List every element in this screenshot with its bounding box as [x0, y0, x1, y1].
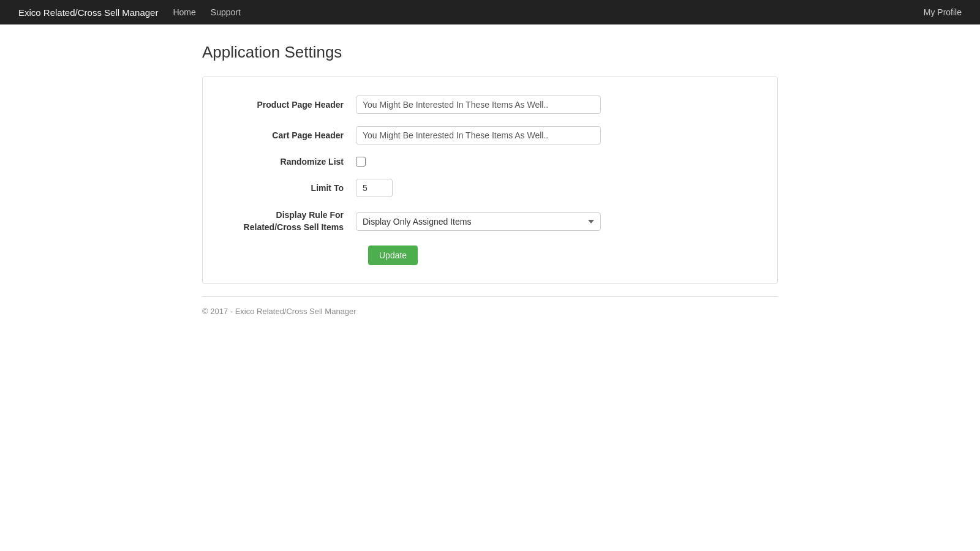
support-link[interactable]: Support — [211, 7, 241, 17]
my-profile-link[interactable]: My Profile — [924, 7, 962, 17]
display-rule-select[interactable]: Display Only Assigned Items Display Rela… — [356, 212, 601, 231]
footer: © 2017 - Exico Related/Cross Sell Manage… — [202, 296, 778, 326]
product-page-header-input[interactable] — [356, 96, 601, 114]
footer-text: © 2017 - Exico Related/Cross Sell Manage… — [202, 307, 356, 316]
product-page-header-row: Product Page Header — [221, 96, 759, 114]
button-offset: Update — [368, 246, 418, 265]
update-button[interactable]: Update — [368, 246, 418, 265]
home-link[interactable]: Home — [173, 7, 195, 17]
settings-card: Product Page Header Cart Page Header Ran… — [202, 77, 778, 284]
navbar-brand[interactable]: Exico Related/Cross Sell Manager — [18, 7, 158, 18]
navbar: Exico Related/Cross Sell Manager Home Su… — [0, 0, 980, 24]
product-page-header-label: Product Page Header — [221, 100, 356, 110]
cart-page-header-input[interactable] — [356, 126, 601, 144]
cart-page-header-label: Cart Page Header — [221, 130, 356, 140]
display-rule-label: Display Rule For Related/Cross Sell Item… — [221, 209, 356, 233]
update-button-row: Update — [221, 246, 759, 265]
cart-page-header-row: Cart Page Header — [221, 126, 759, 144]
randomize-list-checkbox[interactable] — [356, 157, 366, 167]
limit-to-row: Limit To — [221, 179, 759, 197]
limit-to-input[interactable] — [356, 179, 393, 197]
limit-to-label: Limit To — [221, 183, 356, 193]
page-title: Application Settings — [202, 43, 778, 62]
navbar-left: Exico Related/Cross Sell Manager Home Su… — [18, 7, 241, 18]
main-content: Application Settings Product Page Header… — [190, 24, 790, 344]
display-rule-row: Display Rule For Related/Cross Sell Item… — [221, 209, 759, 233]
randomize-list-row: Randomize List — [221, 157, 759, 167]
randomize-list-label: Randomize List — [221, 157, 356, 167]
